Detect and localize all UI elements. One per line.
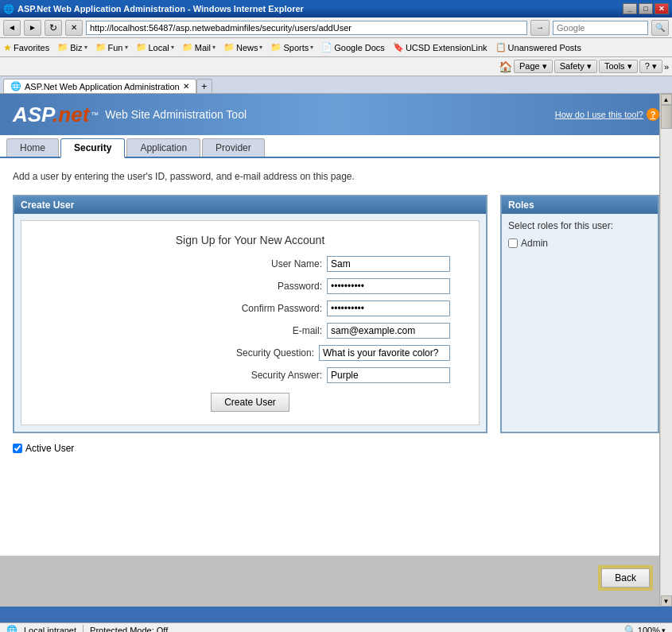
fav-folder-icon: 📁 bbox=[136, 42, 147, 52]
go-button[interactable]: → bbox=[530, 20, 550, 36]
fav-item-news[interactable]: 📁News ▾ bbox=[220, 41, 266, 53]
confirm-password-input[interactable] bbox=[327, 300, 450, 316]
username-input[interactable] bbox=[327, 256, 450, 272]
security-answer-input[interactable] bbox=[327, 367, 450, 383]
scroll-track bbox=[661, 105, 672, 595]
tab-close-icon[interactable]: ✕ bbox=[183, 82, 189, 91]
status-bar: 🌐 Local intranet Protected Mode: Off 🔍 1… bbox=[0, 622, 672, 632]
tab-security[interactable]: Security bbox=[60, 138, 125, 158]
security-answer-field: Security Answer: bbox=[34, 367, 466, 383]
fav-item-unanswered[interactable]: 📋Unanswered Posts bbox=[492, 41, 585, 53]
fav-item-biz[interactable]: 📁Biz ▾ bbox=[54, 41, 90, 53]
favorites-star-icon: ★ bbox=[3, 42, 12, 53]
minimize-button[interactable]: _ bbox=[623, 3, 637, 14]
toolbar-home-icon: 🏠 bbox=[499, 60, 512, 73]
scroll-up-button[interactable]: ▲ bbox=[661, 94, 672, 105]
username-field: User Name: bbox=[34, 256, 466, 272]
chevron-down-icon: ▾ bbox=[212, 44, 216, 51]
chevron-down-icon: ▾ bbox=[259, 44, 262, 51]
asp-header: ASP.net ™ Web Site Administration Tool H… bbox=[0, 94, 672, 135]
close-button[interactable]: ✕ bbox=[655, 3, 669, 14]
admin-role-label: Admin bbox=[521, 238, 548, 249]
confirm-password-field: Confirm Password: bbox=[34, 300, 466, 316]
fav-item-google-docs[interactable]: 📄Google Docs bbox=[318, 41, 388, 53]
roles-box: Roles Select roles for this user: Admin bbox=[500, 195, 659, 433]
roles-header: Roles bbox=[502, 196, 658, 214]
address-input[interactable] bbox=[86, 21, 527, 35]
fav-folder-icon: 📁 bbox=[57, 42, 68, 52]
nav-tabs: Home Security Application Provider bbox=[0, 135, 672, 158]
browser-toolbar: 🏠 Page ▾ Safety ▾ Tools ▾ ? ▾ » bbox=[0, 57, 672, 76]
google-docs-icon: 📄 bbox=[321, 42, 332, 52]
tools-menu-button[interactable]: Tools ▾ bbox=[599, 60, 638, 73]
help-link[interactable]: How do I use this tool? ? bbox=[555, 108, 659, 121]
active-user-checkbox[interactable] bbox=[13, 444, 22, 453]
search-go-button[interactable]: 🔍 bbox=[651, 20, 669, 36]
form-title: Sign Up for Your New Account bbox=[34, 234, 466, 246]
page-menu-button[interactable]: Page ▾ bbox=[514, 60, 553, 73]
password-label: Password: bbox=[219, 281, 322, 292]
active-user-row: Active User bbox=[13, 443, 659, 454]
fav-item-fun[interactable]: 📁Fun ▾ bbox=[92, 41, 131, 53]
zone-label: Local intranet bbox=[24, 626, 76, 633]
fav-item-sports[interactable]: 📁Sports ▾ bbox=[267, 41, 317, 53]
roles-label: Select roles for this user: bbox=[508, 220, 651, 231]
fav-folder-icon: 📁 bbox=[223, 42, 235, 52]
tab-provider[interactable]: Provider bbox=[202, 138, 265, 157]
safety-menu-button[interactable]: Safety ▾ bbox=[554, 60, 597, 73]
create-user-button[interactable]: Create User bbox=[211, 393, 289, 412]
ucsd-icon: 🔖 bbox=[393, 42, 404, 52]
new-tab-button[interactable]: + bbox=[196, 79, 212, 93]
help-button[interactable]: ? ▾ bbox=[639, 60, 662, 73]
back-button[interactable]: Back bbox=[601, 568, 650, 587]
status-separator bbox=[83, 625, 84, 633]
fav-folder-icon: 📁 bbox=[270, 42, 282, 52]
tab-application[interactable]: Application bbox=[126, 138, 200, 157]
role-item-admin: Admin bbox=[508, 238, 651, 249]
security-answer-label: Security Answer: bbox=[219, 370, 322, 381]
fav-folder-icon: 📁 bbox=[182, 42, 193, 52]
security-question-label: Security Question: bbox=[211, 347, 314, 359]
fav-item-ucsd[interactable]: 🔖UCSD ExtensionLink bbox=[390, 41, 491, 53]
email-input[interactable] bbox=[327, 323, 450, 339]
active-user-label: Active User bbox=[25, 443, 74, 454]
scrollbar[interactable]: ▲ ▼ bbox=[659, 94, 672, 607]
address-bar: ◄ ► ↻ ✕ → 🔍 bbox=[0, 17, 672, 38]
chevron-down-icon: ▾ bbox=[171, 44, 174, 51]
fav-folder-icon: 📁 bbox=[95, 42, 107, 52]
page-content: Add a user by entering the user's ID, pa… bbox=[0, 158, 672, 556]
zoom-dropdown-icon[interactable]: ▾ bbox=[662, 626, 666, 633]
chevron-down-icon: ▾ bbox=[125, 44, 128, 51]
scroll-thumb[interactable] bbox=[661, 105, 672, 129]
back-nav-button[interactable]: ◄ bbox=[3, 20, 21, 36]
search-input[interactable] bbox=[553, 21, 648, 35]
forward-nav-button[interactable]: ► bbox=[24, 20, 41, 36]
tab-icon: 🌐 bbox=[10, 81, 21, 91]
maximize-button[interactable]: □ bbox=[639, 3, 653, 14]
chevron-down-icon: ▾ bbox=[310, 44, 313, 51]
zoom-icon: 🔍 bbox=[624, 625, 636, 633]
tab-home[interactable]: Home bbox=[6, 138, 59, 157]
password-field: Password: bbox=[34, 278, 466, 294]
favorites-bar: ★ Favorites 📁Biz ▾ 📁Fun ▾ 📁Local ▾ 📁Mail… bbox=[0, 38, 672, 57]
admin-role-checkbox[interactable] bbox=[508, 238, 518, 248]
browser-tab[interactable]: 🌐 ASP.Net Web Application Administration… bbox=[3, 79, 196, 93]
password-input[interactable] bbox=[327, 278, 450, 294]
fav-item-local[interactable]: 📁Local ▾ bbox=[133, 41, 177, 53]
title-bar: 🌐 ASP.Net Web Application Administration… bbox=[0, 0, 672, 17]
title-bar-text: ASP.Net Web Application Administration -… bbox=[17, 4, 623, 14]
form-row: Create User Sign Up for Your New Account… bbox=[13, 195, 659, 433]
security-question-input[interactable] bbox=[319, 345, 450, 361]
scroll-down-button[interactable]: ▼ bbox=[661, 595, 672, 607]
title-bar-buttons: _ □ ✕ bbox=[623, 3, 669, 14]
create-user-inner: Sign Up for Your New Account User Name: … bbox=[21, 220, 480, 425]
create-user-header: Create User bbox=[14, 196, 486, 214]
toolbar-extra-button[interactable]: » bbox=[664, 62, 669, 72]
asp-subtitle: Web Site Administration Tool bbox=[105, 108, 247, 121]
unanswered-icon: 📋 bbox=[495, 42, 507, 52]
chevron-down-icon: ▾ bbox=[84, 44, 87, 51]
favorites-label: Favorites bbox=[14, 43, 49, 52]
refresh-button[interactable]: ↻ bbox=[45, 20, 62, 36]
stop-button[interactable]: ✕ bbox=[65, 20, 83, 36]
fav-item-mail[interactable]: 📁Mail ▾ bbox=[179, 41, 219, 53]
